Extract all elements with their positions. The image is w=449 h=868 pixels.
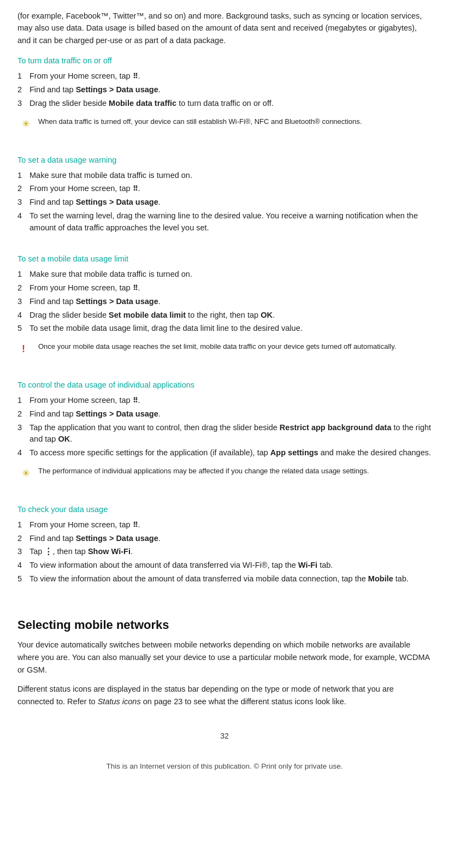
apps-icon: ⠿ (133, 284, 138, 292)
section-heading-apps: To control the data usage of individual … (17, 381, 432, 389)
apps-icon: ⠿ (133, 185, 138, 193)
bold-text: Set mobile data limit (109, 311, 186, 319)
steps-apps: 1 From your Home screen, tap ⠿. 2 Find a… (17, 395, 432, 459)
step-number: 4 (17, 447, 29, 459)
step-number: 3 (17, 296, 29, 308)
tip-note: ✳ When data traffic is turned off, your … (17, 114, 432, 134)
step-4: 4 To access more specific settings for t… (17, 447, 432, 459)
section-data-limit: To set a mobile data usage limit 1 Make … (17, 254, 432, 359)
step-text: From your Home screen, tap ⠿. (29, 519, 432, 531)
tip-icon: ✳ (22, 117, 34, 132)
status-icons-ref: Status icons (98, 697, 141, 706)
steps-turn-data: 1 From your Home screen, tap ⠿. 2 Find a… (17, 70, 432, 109)
step-number: 1 (17, 170, 29, 182)
warning-note: ! Once your mobile data usage reaches th… (17, 339, 432, 359)
step-text: Find and tap Settings > Data usage. (29, 296, 432, 308)
step-text: Drag the slider beside Set mobile data l… (29, 310, 432, 322)
step-text: To access more specific settings for the… (29, 447, 432, 459)
steps-warning: 1 Make sure that mobile data traffic is … (17, 170, 432, 234)
bold-restrict: Restrict app background data (280, 423, 392, 432)
step-4: 4 To set the warning level, drag the war… (17, 210, 432, 234)
apps-icon: ⠿ (133, 396, 138, 405)
step-number: 2 (17, 408, 29, 420)
section-heading-turn-data: To turn data traffic on or off (17, 56, 432, 65)
step-text: Find and tap Settings > Data usage. (29, 197, 432, 209)
step-1: 1 From your Home screen, tap ⠿. (17, 519, 432, 531)
step-text: Drag the slider beside Mobile data traff… (29, 98, 432, 110)
note-text: When data traffic is turned off, your de… (38, 116, 362, 127)
step-1: 1 From your Home screen, tap ⠿. (17, 395, 432, 407)
warning-icon: ! (22, 342, 34, 356)
step-text: To view information about the amount of … (29, 560, 432, 572)
step-text: Tap ⋮, then tap Show Wi-Fi. (29, 546, 432, 558)
step-text: Tap the application that you want to con… (29, 422, 432, 446)
step-text: From your Home screen, tap ⠿. (29, 183, 432, 195)
step-3: 3 Find and tap Settings > Data usage. (17, 296, 432, 308)
tip-note-apps: ✳ The performance of individual applicat… (17, 463, 432, 483)
bold-appsettings: App settings (270, 448, 318, 457)
step-number: 3 (17, 546, 29, 558)
step-5: 5 To set the mobile data usage limit, dr… (17, 323, 432, 335)
major-section-heading: Selecting mobile networks (17, 618, 432, 632)
step-1: 1 From your Home screen, tap ⠿. (17, 70, 432, 82)
page-number: 32 (17, 732, 432, 740)
step-text: From your Home screen, tap ⠿. (29, 282, 432, 294)
step-number: 5 (17, 323, 29, 335)
mobile-networks-para-1: Your device automatically switches betwe… (17, 639, 432, 677)
step-number: 2 (17, 183, 29, 195)
bold-mobile-tab: Mobile (368, 574, 393, 583)
bold-text: Settings > Data usage (76, 85, 158, 94)
bold-text: Settings > Data usage (76, 297, 158, 306)
step-text: Make sure that mobile data traffic is tu… (29, 170, 432, 182)
step-text: To view the information about the amount… (29, 573, 432, 585)
step-3: 3 Drag the slider beside Mobile data tra… (17, 98, 432, 110)
step-text: Find and tap Settings > Data usage. (29, 84, 432, 96)
bold-text: Mobile data traffic (109, 99, 176, 108)
step-2: 2 From your Home screen, tap ⠿. (17, 183, 432, 195)
step-number: 3 (17, 422, 29, 434)
step-3: 3 Tap ⋮, then tap Show Wi-Fi. (17, 546, 432, 558)
bold-menu-dots: ⋮ (44, 547, 52, 556)
bold-show-wifi: Show Wi-Fi (88, 547, 131, 556)
steps-limit: 1 Make sure that mobile data traffic is … (17, 269, 432, 335)
mobile-networks-para-2: Different status icons are displayed in … (17, 683, 432, 708)
bold-text: Settings > Data usage (76, 409, 158, 418)
step-number: 2 (17, 533, 29, 545)
step-number: 1 (17, 70, 29, 82)
footer-note: This is an Internet version of this publ… (17, 762, 432, 770)
apps-icon: ⠿ (133, 521, 138, 529)
step-text: Make sure that mobile data traffic is tu… (29, 269, 432, 281)
step-text: From your Home screen, tap ⠿. (29, 70, 432, 82)
step-3: 3 Find and tap Settings > Data usage. (17, 197, 432, 209)
step-3: 3 Tap the application that you want to c… (17, 422, 432, 446)
step-text: Find and tap Settings > Data usage. (29, 408, 432, 420)
step-1: 1 Make sure that mobile data traffic is … (17, 269, 432, 281)
step-number: 4 (17, 560, 29, 572)
bold-text: Settings > Data usage (76, 198, 158, 206)
step-2: 2 From your Home screen, tap ⠿. (17, 282, 432, 294)
step-number: 2 (17, 282, 29, 294)
step-number: 3 (17, 197, 29, 209)
step-2: 2 Find and tap Settings > Data usage. (17, 84, 432, 96)
step-number: 1 (17, 395, 29, 407)
step-text: To set the warning level, drag the warni… (29, 210, 432, 234)
section-heading-warning: To set a data usage warning (17, 156, 432, 164)
bold-ok: OK (261, 311, 273, 319)
step-5: 5 To view the information about the amou… (17, 573, 432, 585)
note-text: Once your mobile data usage reaches the … (38, 341, 396, 352)
step-text: Find and tap Settings > Data usage. (29, 533, 432, 545)
step-1: 1 Make sure that mobile data traffic is … (17, 170, 432, 182)
section-heading-check: To check your data usage (17, 505, 432, 514)
step-number: 4 (17, 310, 29, 322)
section-check-usage: To check your data usage 1 From your Hom… (17, 505, 432, 585)
bold-text: Settings > Data usage (76, 534, 158, 543)
step-number: 4 (17, 210, 29, 222)
tip-icon: ✳ (22, 466, 34, 481)
section-turn-data-traffic: To turn data traffic on or off 1 From yo… (17, 56, 432, 133)
intro-paragraph: (for example, Facebook™, Twitter™, and s… (17, 10, 432, 46)
step-number: 1 (17, 269, 29, 281)
section-control-apps: To control the data usage of individual … (17, 381, 432, 483)
apps-icon: ⠿ (133, 72, 138, 80)
step-number: 3 (17, 98, 29, 110)
step-number: 2 (17, 84, 29, 96)
